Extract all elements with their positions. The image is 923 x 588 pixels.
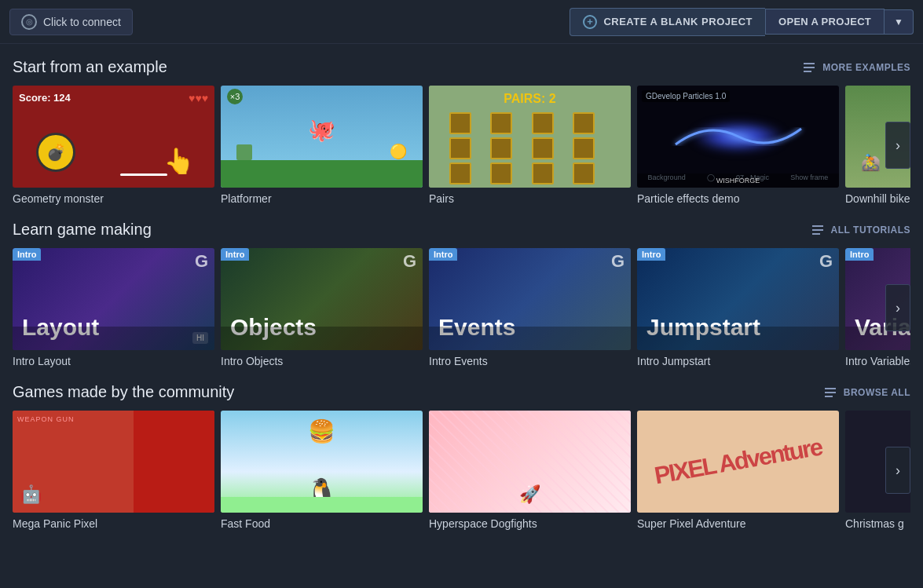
pairs-grid <box>449 112 611 184</box>
ground <box>221 160 423 188</box>
tutorials-carousel-wrapper: Intro G Layout HI Intro Layout Intro G O… <box>13 248 910 367</box>
open-project-label: OPEN A PROJECT <box>778 16 871 27</box>
objects-label: Intro Objects <box>221 355 423 367</box>
community-header: Games made by the community BROWSE ALL <box>13 383 910 401</box>
examples-carousel-next[interactable]: › <box>885 122 910 169</box>
hyperspace-thumb: 🚀 <box>429 411 631 513</box>
side-panel <box>134 411 214 513</box>
plus-icon: + <box>583 15 597 29</box>
mega-panic-thumb: WEAPON GUN 🤖 <box>13 411 214 513</box>
connect-label: Click to connect <box>43 16 121 28</box>
mega-panic-label: Mega Panic Pixel <box>13 517 214 530</box>
all-tutorials-label: ALL TUTORIALS <box>831 225 910 236</box>
geometry-character: 💣 <box>36 133 75 172</box>
ground-strip <box>221 497 423 513</box>
browse-all-link[interactable]: BROWSE ALL <box>825 387 910 398</box>
spaceship-icon: 🚀 <box>519 484 540 505</box>
gdevelop-logo-objects: G <box>403 251 416 272</box>
platform-block <box>236 144 252 160</box>
connect-icon: ◎ <box>21 14 37 30</box>
community-title: Games made by the community <box>13 383 234 401</box>
example-card-particles[interactable]: GDevelop Particles 1.0 Background◯07 - M… <box>637 86 839 205</box>
tutorials-section: Learn game making ALL TUTORIALS Intro G … <box>13 221 910 367</box>
weapon-text: WEAPON GUN <box>17 415 75 423</box>
connect-button[interactable]: ◎ Click to connect <box>9 9 133 35</box>
example-card-platformer[interactable]: ×3 🐙 🟡 Platformer <box>221 86 423 205</box>
intro-badge-jumpstart: Intro <box>637 248 665 261</box>
events-bottom-bar <box>429 327 631 350</box>
particles-title-badge: GDevelop Particles 1.0 <box>642 90 730 102</box>
particles-label: Particle effects demo <box>637 192 839 205</box>
layout-bottom-bar <box>13 327 214 350</box>
objects-bottom-bar <box>221 327 423 350</box>
burger-icon: 🍔 <box>308 418 335 444</box>
tutorials-header: Learn game making ALL TUTORIALS <box>13 221 910 239</box>
layout-label: Intro Layout <box>13 355 214 367</box>
example-card-pairs[interactable]: PAIRS: 2 Pairs <box>429 86 631 205</box>
community-card-mega-panic[interactable]: WEAPON GUN 🤖 Mega Panic Pixel <box>13 411 214 530</box>
list-icon-3 <box>825 388 836 397</box>
arrow-line <box>120 173 167 176</box>
more-examples-label: MORE EXAMPLES <box>822 62 910 73</box>
fast-food-label: Fast Food <box>221 517 423 530</box>
gdevelop-logo-events: G <box>611 251 624 272</box>
tutorials-title: Learn game making <box>13 221 152 239</box>
pairs-header: PAIRS: 2 <box>504 92 555 106</box>
community-card-pixel-adventure[interactable]: PIXEL Adventure Super Pixel Adventure <box>637 411 839 530</box>
intro-badge-objects: Intro <box>221 248 249 261</box>
create-blank-label: CREATE A BLANK PROJECT <box>603 16 753 27</box>
geometry-hearts: ♥♥♥ <box>189 92 208 104</box>
tutorials-carousel: Intro G Layout HI Intro Layout Intro G O… <box>13 248 910 367</box>
tutorials-carousel-next[interactable]: › <box>885 284 910 331</box>
more-examples-link[interactable]: MORE EXAMPLES <box>804 62 910 73</box>
gdevelop-logo-jumpstart: G <box>819 251 833 272</box>
list-icon-2 <box>812 225 823 235</box>
hand-cursor-icon: 👆 <box>163 146 195 176</box>
tutorial-card-intro-layout[interactable]: Intro G Layout HI Intro Layout <box>13 248 214 367</box>
pixel-adventure-label: Super Pixel Adventure <box>637 517 839 530</box>
community-carousel: WEAPON GUN 🤖 Mega Panic Pixel 🍔 🐧 <box>13 411 910 530</box>
examples-section: Start from an example MORE EXAMPLES Scor… <box>13 58 910 205</box>
hyperspace-label: Hyperspace Dogfights <box>429 517 631 530</box>
platformer-label: Platformer <box>221 192 423 205</box>
all-tutorials-link[interactable]: ALL TUTORIALS <box>812 225 910 236</box>
particle-curve <box>660 113 817 160</box>
gdevelop-logo-layout: G <box>195 251 208 272</box>
chevron-down-icon: ▼ <box>894 16 903 27</box>
jumpstart-bottom-bar <box>637 327 839 350</box>
tutorial-card-intro-jumpstart[interactable]: Intro G Jumpstart Intro Jumpstart <box>637 248 839 367</box>
main-content: Start from an example MORE EXAMPLES Scor… <box>0 44 923 588</box>
mega-char: 🤖 <box>20 484 42 505</box>
community-card-hyperspace[interactable]: 🚀 Hyperspace Dogfights <box>429 411 631 530</box>
coin: 🟡 <box>390 143 407 160</box>
pairs-label: Pairs <box>429 192 631 205</box>
pixel-adventure-thumb: PIXEL Adventure <box>637 411 839 513</box>
intro-badge-variables: Intro <box>845 248 874 261</box>
downhill-char: 🚵 <box>861 153 881 172</box>
community-section: Games made by the community BROWSE ALL W… <box>13 383 910 530</box>
geometry-monster-label: Geometry monster <box>13 192 214 205</box>
examples-carousel: Score: 124 ♥♥♥ 💣 👆 Geometry monster <box>13 86 910 205</box>
geometry-score: Score: 124 <box>19 92 71 104</box>
topbar: ◎ Click to connect + CREATE A BLANK PROJ… <box>0 0 923 44</box>
tutorial-card-intro-objects[interactable]: Intro G Objects Intro Objects <box>221 248 423 367</box>
events-label: Intro Events <box>429 355 631 367</box>
counter-x3: ×3 <box>227 89 243 104</box>
variables-label: Intro Variables <box>845 355 910 367</box>
example-card-geometry-monster[interactable]: Score: 124 ♥♥♥ 💣 👆 Geometry monster <box>13 86 214 205</box>
jumpstart-label: Intro Jumpstart <box>637 355 839 367</box>
examples-header: Start from an example MORE EXAMPLES <box>13 58 910 76</box>
community-carousel-wrapper: WEAPON GUN 🤖 Mega Panic Pixel 🍔 🐧 <box>13 411 910 530</box>
tutorial-card-intro-events[interactable]: Intro G Events Intro Events <box>429 248 631 367</box>
pixel-adventure-text: PIXEL Adventure <box>637 411 839 513</box>
dropdown-button[interactable]: ▼ <box>885 9 914 35</box>
community-card-fast-food[interactable]: 🍔 🐧 Fast Food <box>221 411 423 530</box>
community-carousel-next[interactable]: › <box>885 447 910 494</box>
open-project-button[interactable]: OPEN A PROJECT <box>765 9 885 35</box>
topbar-right-actions: + CREATE A BLANK PROJECT OPEN A PROJECT … <box>570 8 914 36</box>
browse-all-label: BROWSE ALL <box>844 387 910 398</box>
examples-carousel-wrapper: Score: 124 ♥♥♥ 💣 👆 Geometry monster <box>13 86 910 205</box>
particles-social: WISHFORGE <box>637 173 839 188</box>
create-blank-button[interactable]: + CREATE A BLANK PROJECT <box>570 8 765 36</box>
fast-food-thumb: 🍔 🐧 <box>221 411 423 513</box>
